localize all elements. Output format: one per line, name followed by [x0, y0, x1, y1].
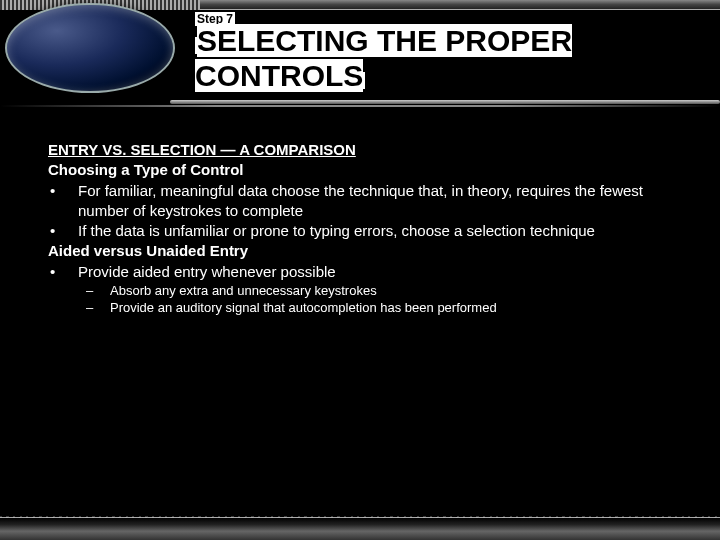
section2-subheading: Aided versus Unaided Entry: [48, 241, 690, 261]
sub-bullet-text: Absorb any extra and unnecessary keystro…: [110, 282, 690, 300]
list-item: • If the data is unfamiliar or prone to …: [48, 221, 690, 241]
bullet-icon: •: [48, 181, 78, 222]
slide-content: ENTRY VS. SELECTION — A COMPARISON Choos…: [48, 140, 690, 317]
bullet-text: For familiar, meaningful data choose the…: [78, 181, 690, 222]
bullet-text: Provide aided entry whenever possible: [78, 262, 690, 282]
title-divider-glow: [0, 105, 720, 107]
bottom-border: [0, 518, 720, 540]
bullet-icon: •: [48, 262, 78, 282]
title-divider: [170, 100, 720, 104]
section1-subheading: Choosing a Type of Control: [48, 160, 690, 180]
list-item: – Provide an auditory signal that autoco…: [48, 299, 690, 317]
list-item: • For familiar, meaningful data choose t…: [48, 181, 690, 222]
slide-title: SELECTING THE PROPER CONTROLS: [195, 24, 690, 93]
dash-icon: –: [86, 282, 110, 300]
title-text: SELECTING THE PROPER CONTROLS: [195, 24, 572, 92]
list-item: – Absorb any extra and unnecessary keyst…: [48, 282, 690, 300]
bullet-icon: •: [48, 221, 78, 241]
corner-badge-icon: [5, 3, 175, 93]
dash-icon: –: [86, 299, 110, 317]
sub-bullet-text: Provide an auditory signal that autocomp…: [110, 299, 690, 317]
list-item: • Provide aided entry whenever possible: [48, 262, 690, 282]
content-heading: ENTRY VS. SELECTION — A COMPARISON: [48, 140, 690, 160]
bullet-text: If the data is unfamiliar or prone to ty…: [78, 221, 690, 241]
